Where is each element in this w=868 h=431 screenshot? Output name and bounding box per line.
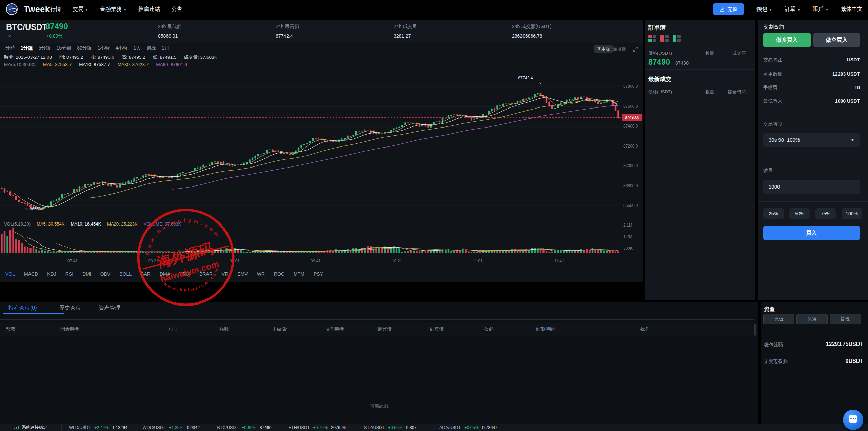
indicator-tab[interactable]: KDJ	[47, 271, 56, 277]
vol-axis-tick: 300K	[623, 246, 633, 251]
ticker-cell[interactable]: WDC/USDT+1.25%0.0342	[135, 424, 208, 431]
vol-indicator-title: VOL(5,10,20)	[4, 221, 31, 227]
active-tab-underline	[3, 313, 64, 314]
nav-item-announcements[interactable]: 公告	[172, 6, 182, 13]
orderbook-last-price: 87490	[648, 58, 670, 67]
ma30-value: MA30: 87628.7	[118, 62, 149, 67]
chat-bubble-icon	[849, 415, 857, 423]
indicator-tab[interactable]: MTM	[294, 271, 304, 277]
nav-item-trade[interactable]: 交易▼	[73, 6, 88, 13]
pair-name[interactable]: BTC/USDT	[6, 22, 47, 32]
view-depth-tab[interactable]: 深度圖	[610, 45, 629, 53]
deposit-button[interactable]: 充值	[763, 314, 794, 324]
horizontal-scrollbar[interactable]	[0, 319, 754, 320]
session-high-annotation: 87742.4	[518, 76, 533, 80]
tab-asset-management[interactable]: 資產管理	[99, 305, 120, 312]
indicator-tab[interactable]: WR	[257, 271, 265, 277]
price-axis-tick: 87600.0	[623, 104, 638, 109]
indicator-tab[interactable]: ROC	[274, 271, 284, 277]
indicator-tab[interactable]: EMV	[237, 271, 248, 277]
nav-item-finance[interactable]: 金融業務▼	[100, 6, 127, 13]
tab-open-positions[interactable]: 持有倉位(0)	[8, 305, 37, 312]
vol-ma10-value: MA10: 16.454K	[71, 221, 101, 227]
short-buy-button[interactable]: 做空買入	[813, 33, 860, 47]
indicator-tab-vol[interactable]: VOL	[5, 271, 15, 277]
timeframe-tab[interactable]: 週線	[146, 45, 156, 51]
language-selector[interactable]: 繁体中文	[841, 6, 863, 13]
brand-name[interactable]: Tweek	[24, 4, 50, 14]
nav-item-markets[interactable]: 行情	[50, 6, 61, 13]
timeframe-tab[interactable]: 分時	[5, 45, 15, 51]
row-value: 1000 USDT	[835, 98, 860, 104]
withdraw-button[interactable]: 提現	[830, 314, 861, 324]
session-select[interactable]: 30s 90~100% ▼	[763, 133, 860, 147]
timeframe-tab[interactable]: 1小時	[98, 45, 110, 51]
timeframe-tab[interactable]: 30分鐘	[77, 45, 92, 51]
timeframe-tab[interactable]: 15分鐘	[57, 45, 72, 51]
price-axis-tick: 87000.0	[623, 163, 638, 168]
exchange-button[interactable]: 兌換	[796, 314, 828, 324]
indicator-tab[interactable]: DMI	[82, 271, 91, 277]
wallet-balance-value: 12293.75USDT	[826, 341, 863, 347]
stat-value: 87742.4	[276, 33, 293, 39]
nav-item-wallet[interactable]: 錢包▼	[756, 6, 772, 13]
tab-history-positions[interactable]: 歷史倉位	[59, 305, 81, 312]
timeframe-tab[interactable]: 1月	[162, 45, 169, 51]
vol-axis-tick: 2.1M	[623, 223, 632, 228]
stat-value: 85869.01	[158, 33, 178, 39]
ohlc-open: 開: 87495.2	[59, 54, 83, 60]
percent-100-button[interactable]: 100%	[842, 208, 862, 219]
chevron-down-icon: ▼	[769, 8, 772, 12]
ticker-bar: BTC/USDT ⌄ 87490 +0.89% 24h 最低價 85869.01…	[0, 20, 643, 43]
percent-50-button[interactable]: 50%	[789, 208, 810, 219]
ma10-value: MA10: 87587.7	[79, 62, 110, 67]
vertical-scrollbar[interactable]	[754, 324, 756, 336]
depth-view-both-icon[interactable]	[648, 35, 656, 42]
orderbook-title: 訂單簿	[648, 24, 666, 32]
brand-logo[interactable]	[6, 3, 18, 15]
recharge-button[interactable]: 充值	[713, 3, 744, 15]
indicator-tab[interactable]: OBV	[100, 271, 111, 277]
timeframe-tab-active[interactable]: 1分鐘	[21, 45, 33, 51]
chat-widget-button[interactable]	[843, 410, 863, 430]
depth-view-bids-icon[interactable]	[673, 35, 681, 42]
watermark-stamp: w w w . h a i w a i y m . c o m w w w . …	[134, 205, 238, 309]
ticker-cell[interactable]: BTC/USDT+0.89%87490	[208, 424, 281, 431]
ticker-cell[interactable]: WLD/USDT+2.44%1.13294	[62, 424, 135, 431]
view-basic-tab[interactable]: 基本版	[594, 45, 613, 53]
ticker-cell[interactable]: XTZ/USDT+0.65%0.807	[354, 424, 427, 431]
nav-item-orders[interactable]: 訂單▼	[785, 6, 801, 13]
price-axis-tick: 86800.0	[623, 183, 638, 188]
chevron-down-icon: ▼	[797, 8, 801, 12]
indicator-tab[interactable]: RSI	[65, 271, 73, 277]
indicator-tab[interactable]: BOLL	[119, 271, 132, 277]
percent-25-button[interactable]: 25%	[763, 208, 784, 219]
buy-button[interactable]: 買入	[763, 226, 860, 240]
depth-view-asks-icon[interactable]	[660, 35, 669, 42]
amount-input[interactable]	[763, 180, 860, 194]
percent-75-button[interactable]: 75%	[815, 208, 836, 219]
ticker-cell[interactable]: ETH/USDT+0.79%2076.95	[281, 424, 354, 431]
signal-icon	[14, 426, 19, 429]
timeframe-tab[interactable]: 4小時	[116, 45, 128, 51]
ohlc-high: 高: 87495.2	[122, 54, 145, 60]
nav-item-referral[interactable]: 推廣連結	[138, 6, 160, 13]
chevron-down-icon[interactable]: ⌄	[7, 32, 12, 38]
timeframe-tab[interactable]: 5分鐘	[39, 45, 51, 51]
row-value: USDT	[847, 57, 860, 62]
indicator-tab[interactable]: MACD	[24, 271, 38, 277]
ohlc-time: 時間: 2025-03-27 12:03	[4, 54, 52, 60]
ticker-cell[interactable]: ADA/USDT+0.05%0.73647	[427, 424, 510, 431]
candlestick-chart[interactable]	[0, 70, 621, 220]
connection-status: 系統連接穩定	[0, 424, 62, 431]
orderbook-panel: 訂單簿 價格(USDT) 數量 成交額 87490 87490 最新成交 價格(…	[645, 20, 755, 300]
vol-ma5-value: MA5: 30.554K	[37, 221, 64, 227]
stat-value: 3281.27	[394, 33, 411, 39]
long-buy-button[interactable]: 做多買入	[763, 33, 811, 47]
nav-item-account[interactable]: 賬戶▼	[813, 6, 829, 13]
row-label: 最低買入	[763, 98, 782, 104]
timeframe-tab[interactable]: 1天	[133, 45, 141, 51]
orderbook-mark-price: 87490	[675, 60, 689, 66]
indicator-tab[interactable]: PSY	[314, 271, 323, 277]
fullscreen-icon[interactable]	[633, 46, 638, 52]
